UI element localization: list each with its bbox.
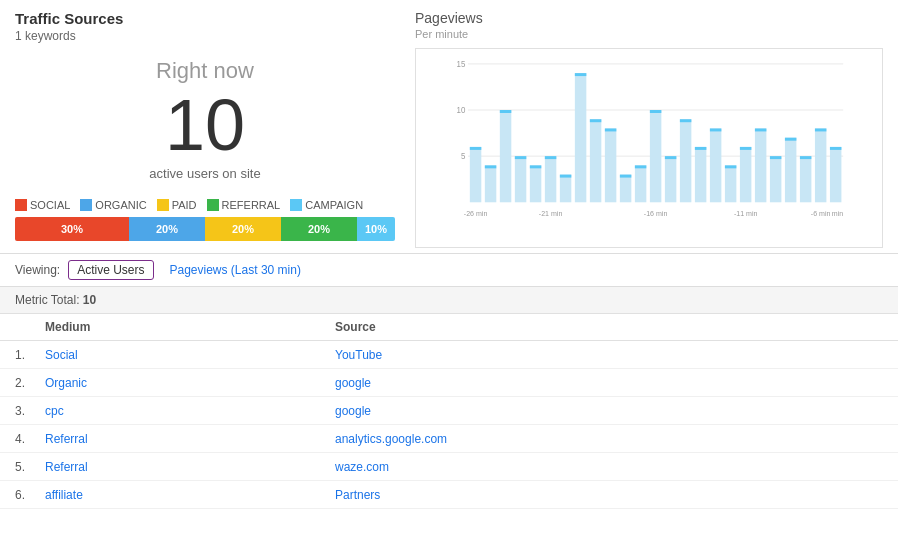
medium-link[interactable]: Referral bbox=[45, 460, 88, 474]
svg-rect-22 bbox=[590, 119, 601, 202]
svg-rect-18 bbox=[560, 175, 571, 203]
svg-rect-14 bbox=[530, 165, 541, 202]
legend-item-organic: ORGANIC bbox=[80, 199, 146, 211]
bar-segment: 20% bbox=[281, 217, 357, 241]
svg-rect-46 bbox=[770, 156, 781, 202]
pageviews-chart: 15105-26 min-21 min-16 min-11 min-6 minm… bbox=[446, 54, 852, 227]
active-users-tab[interactable]: Active Users bbox=[68, 260, 153, 280]
svg-rect-47 bbox=[770, 156, 781, 159]
chart-subtitle: Per minute bbox=[415, 28, 883, 40]
page-subtitle: 1 keywords bbox=[15, 29, 395, 43]
viewing-bar: Viewing: Active Users Pageviews (Last 30… bbox=[0, 253, 898, 287]
svg-rect-16 bbox=[545, 156, 556, 202]
header-source: Source bbox=[335, 320, 883, 334]
svg-rect-32 bbox=[665, 156, 676, 202]
svg-rect-36 bbox=[695, 147, 706, 202]
cell-medium: Organic bbox=[45, 375, 335, 390]
table-row: 6. affiliate Partners bbox=[0, 481, 898, 509]
svg-rect-13 bbox=[515, 156, 526, 159]
svg-rect-9 bbox=[485, 165, 496, 168]
table-body: 1. Social YouTube 2. Organic google 3. c… bbox=[0, 341, 898, 509]
cell-num: 1. bbox=[15, 348, 45, 362]
svg-rect-21 bbox=[575, 73, 586, 76]
data-table: Medium Source 1. Social YouTube 2. Organ… bbox=[0, 314, 898, 509]
bar-segment: 20% bbox=[129, 217, 205, 241]
svg-rect-49 bbox=[785, 138, 796, 141]
table-header: Medium Source bbox=[0, 314, 898, 341]
cell-medium: cpc bbox=[45, 403, 335, 418]
cell-medium: Referral bbox=[45, 459, 335, 474]
svg-rect-48 bbox=[785, 138, 796, 203]
medium-link[interactable]: Social bbox=[45, 348, 78, 362]
cell-medium: affiliate bbox=[45, 487, 335, 502]
source-link[interactable]: YouTube bbox=[335, 348, 382, 362]
svg-text:10: 10 bbox=[457, 105, 466, 116]
svg-rect-15 bbox=[530, 165, 541, 168]
svg-rect-54 bbox=[830, 147, 841, 202]
svg-rect-11 bbox=[500, 110, 511, 113]
cell-medium: Referral bbox=[45, 431, 335, 446]
svg-rect-28 bbox=[635, 165, 646, 202]
metric-label: Metric Total: bbox=[15, 293, 79, 307]
svg-rect-24 bbox=[605, 128, 616, 202]
cell-source: Partners bbox=[335, 487, 883, 502]
svg-text:-16 min: -16 min bbox=[644, 209, 668, 218]
svg-rect-12 bbox=[515, 156, 526, 202]
legend-item-referral: REFERRAL bbox=[207, 199, 281, 211]
legend-item-social: SOCIAL bbox=[15, 199, 70, 211]
svg-rect-30 bbox=[650, 110, 661, 202]
source-link[interactable]: Partners bbox=[335, 488, 380, 502]
cell-num: 6. bbox=[15, 488, 45, 502]
medium-link[interactable]: Organic bbox=[45, 376, 87, 390]
medium-link[interactable]: cpc bbox=[45, 404, 64, 418]
svg-rect-23 bbox=[590, 119, 601, 122]
svg-rect-52 bbox=[815, 128, 826, 202]
svg-rect-35 bbox=[680, 119, 691, 122]
cell-num: 4. bbox=[15, 432, 45, 446]
cell-source: waze.com bbox=[335, 459, 883, 474]
cell-medium: Social bbox=[45, 347, 335, 362]
svg-rect-45 bbox=[755, 128, 766, 131]
svg-rect-27 bbox=[620, 175, 631, 178]
cell-num: 2. bbox=[15, 376, 45, 390]
svg-rect-38 bbox=[710, 128, 721, 202]
svg-rect-53 bbox=[815, 128, 826, 131]
svg-rect-43 bbox=[740, 147, 751, 150]
svg-rect-8 bbox=[485, 165, 496, 202]
svg-text:15: 15 bbox=[457, 58, 466, 69]
pageviews-tab[interactable]: Pageviews (Last 30 min) bbox=[162, 261, 309, 279]
svg-rect-20 bbox=[575, 73, 586, 202]
chart-title: Pageviews bbox=[415, 10, 883, 26]
source-link[interactable]: waze.com bbox=[335, 460, 389, 474]
source-link[interactable]: google bbox=[335, 376, 371, 390]
active-label: active users on site bbox=[15, 166, 395, 181]
cell-source: analytics.google.com bbox=[335, 431, 883, 446]
svg-rect-7 bbox=[470, 147, 481, 150]
header-medium: Medium bbox=[45, 320, 335, 334]
svg-rect-51 bbox=[800, 156, 811, 159]
legend: SOCIALORGANICPAIDREFERRALCAMPAIGN bbox=[15, 199, 395, 211]
right-panel: Pageviews Per minute 15105-26 min-21 min… bbox=[415, 10, 883, 248]
legend-item-paid: PAID bbox=[157, 199, 197, 211]
traffic-bar: 30%20%20%20%10% bbox=[15, 217, 395, 241]
source-link[interactable]: analytics.google.com bbox=[335, 432, 447, 446]
header-num bbox=[15, 320, 45, 334]
table-row: 1. Social YouTube bbox=[0, 341, 898, 369]
svg-text:min: min bbox=[832, 209, 843, 218]
chart-area: 15105-26 min-21 min-16 min-11 min-6 minm… bbox=[415, 48, 883, 248]
medium-link[interactable]: affiliate bbox=[45, 488, 83, 502]
cell-num: 5. bbox=[15, 460, 45, 474]
svg-rect-34 bbox=[680, 119, 691, 202]
medium-link[interactable]: Referral bbox=[45, 432, 88, 446]
svg-rect-25 bbox=[605, 128, 616, 131]
table-row: 4. Referral analytics.google.com bbox=[0, 425, 898, 453]
svg-rect-41 bbox=[725, 165, 736, 168]
svg-text:-21 min: -21 min bbox=[539, 209, 563, 218]
svg-rect-10 bbox=[500, 110, 511, 202]
bar-segment: 10% bbox=[357, 217, 395, 241]
cell-source: google bbox=[335, 375, 883, 390]
svg-text:-6 min: -6 min bbox=[811, 209, 831, 218]
svg-rect-37 bbox=[695, 147, 706, 150]
source-link[interactable]: google bbox=[335, 404, 371, 418]
bar-segment: 20% bbox=[205, 217, 281, 241]
